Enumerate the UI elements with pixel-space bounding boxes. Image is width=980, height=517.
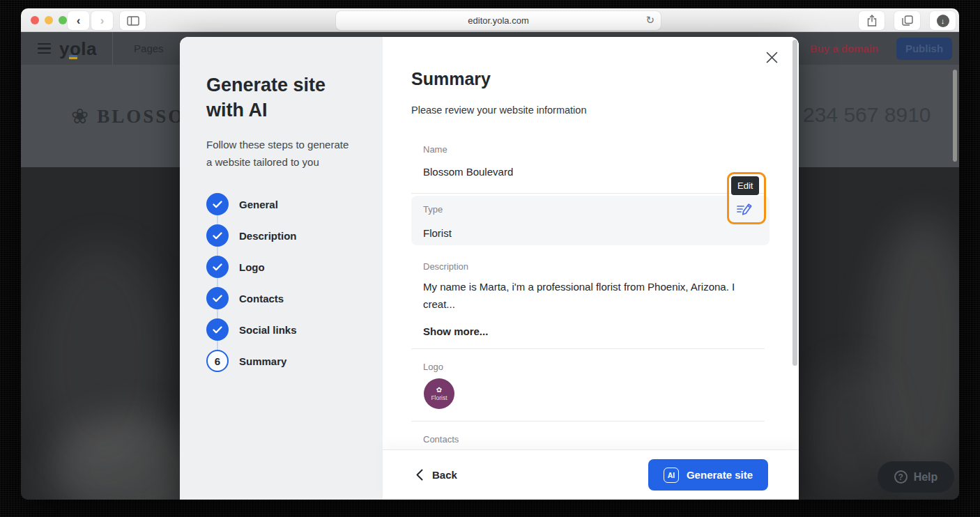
edit-icon bbox=[736, 201, 755, 218]
flower-logo-icon: ❀ bbox=[71, 106, 89, 127]
share-button[interactable] bbox=[859, 11, 885, 30]
summary-subtitle: Please review your website information bbox=[411, 105, 586, 116]
field-divider bbox=[411, 348, 765, 349]
step-done-check-icon bbox=[206, 318, 229, 341]
download-icon: ↓ bbox=[937, 15, 949, 27]
modal-scrollbar[interactable] bbox=[793, 40, 797, 366]
publish-button[interactable]: Publish bbox=[896, 38, 952, 60]
buy-a-domain-link[interactable]: Buy a domain bbox=[810, 43, 878, 54]
chevron-left-icon bbox=[416, 469, 423, 481]
step-label: Contacts bbox=[239, 293, 284, 304]
step-general[interactable]: General bbox=[206, 189, 359, 220]
step-done-check-icon bbox=[206, 256, 229, 278]
tab-overview-button[interactable] bbox=[894, 11, 920, 30]
modal-subtitle: Follow these steps to generate a website… bbox=[206, 137, 351, 171]
site-brand-name: BLOSSO bbox=[97, 105, 185, 127]
help-button[interactable]: ? Help bbox=[878, 461, 954, 493]
description-field-label: Description bbox=[423, 261, 468, 272]
reload-icon[interactable]: ↻ bbox=[645, 14, 654, 26]
step-label: Logo bbox=[239, 261, 265, 273]
browser-toolbar: ‹ › editor.yola.com ↻ ↓ bbox=[21, 8, 959, 32]
step-summary[interactable]: 6 Summary bbox=[206, 346, 359, 377]
ai-badge-icon: AI bbox=[664, 468, 679, 483]
minimize-window-button[interactable] bbox=[45, 16, 53, 24]
edit-button[interactable] bbox=[736, 201, 755, 221]
question-mark-icon: ? bbox=[894, 470, 908, 484]
modal-stepper-panel: Generate site with AI Follow these steps… bbox=[180, 37, 383, 500]
site-brand: ❀ BLOSSO bbox=[71, 105, 185, 127]
type-field-label: Type bbox=[423, 204, 443, 215]
sidebar-icon bbox=[127, 16, 139, 26]
close-modal-button[interactable] bbox=[763, 48, 781, 66]
back-icon: ‹ bbox=[77, 14, 81, 28]
help-label: Help bbox=[914, 471, 938, 484]
step-done-check-icon bbox=[206, 193, 229, 215]
step-label: Social links bbox=[239, 324, 297, 336]
forward-button[interactable]: › bbox=[91, 11, 113, 30]
url-text: editor.yola.com bbox=[468, 15, 528, 26]
step-label: Summary bbox=[239, 355, 286, 367]
modal-summary-panel: Summary Please review your website infor… bbox=[383, 37, 799, 500]
address-bar[interactable]: editor.yola.com ↻ bbox=[336, 11, 661, 30]
sidebar-button[interactable] bbox=[120, 11, 146, 30]
modal-title: Generate site with AI bbox=[206, 73, 328, 123]
edit-tooltip: Edit bbox=[731, 176, 759, 195]
step-social-links[interactable]: Social links bbox=[206, 314, 359, 346]
field-divider bbox=[411, 193, 765, 194]
logo-field-label: Logo bbox=[423, 362, 443, 372]
step-number: 6 bbox=[206, 350, 229, 372]
share-icon bbox=[867, 15, 877, 26]
yola-logo: yola bbox=[59, 40, 97, 58]
browser-window: ‹ › editor.yola.com ↻ ↓ yola Pages Navig… bbox=[21, 8, 959, 500]
back-label: Back bbox=[432, 469, 457, 481]
name-field-value: Blossom Boulevard bbox=[423, 166, 513, 178]
step-contacts[interactable]: Contacts bbox=[206, 283, 359, 314]
site-phone-number: 234 567 8910 bbox=[803, 103, 931, 127]
header-divider bbox=[112, 32, 113, 65]
back-step-button[interactable]: Back bbox=[416, 469, 457, 481]
traffic-lights bbox=[31, 16, 67, 24]
logo-flower-icon: ✿ bbox=[436, 387, 442, 394]
type-field-row[interactable] bbox=[411, 196, 770, 245]
downloads-button[interactable]: ↓ bbox=[930, 11, 956, 30]
generate-site-label: Generate site bbox=[687, 469, 753, 481]
close-window-button[interactable] bbox=[31, 16, 39, 24]
generate-site-modal: Generate site with AI Follow these steps… bbox=[180, 37, 799, 500]
field-divider bbox=[411, 421, 765, 422]
generate-site-button[interactable]: AI Generate site bbox=[648, 459, 768, 491]
logo-preview-text: Florist bbox=[431, 394, 447, 401]
summary-title: Summary bbox=[411, 69, 491, 89]
close-icon bbox=[766, 52, 778, 63]
step-label: Description bbox=[239, 230, 297, 242]
description-field-value: My name is Marta, i'm a professional flo… bbox=[423, 278, 751, 313]
contacts-field-label: Contacts bbox=[423, 434, 459, 445]
tabs-icon bbox=[902, 15, 913, 26]
yola-logo-flag bbox=[69, 55, 77, 59]
forward-icon: › bbox=[100, 14, 105, 28]
show-more-link[interactable]: Show more... bbox=[423, 325, 488, 337]
step-logo[interactable]: Logo bbox=[206, 252, 359, 283]
menu-item-pages[interactable]: Pages bbox=[134, 43, 164, 54]
stepper: General Description Logo Contacts Social… bbox=[206, 189, 359, 377]
step-label: General bbox=[239, 199, 278, 210]
modal-footer: Back AI Generate site bbox=[383, 449, 799, 500]
logo-preview: ✿ Florist bbox=[424, 378, 454, 409]
page-scrollbar[interactable] bbox=[953, 70, 957, 162]
back-button[interactable]: ‹ bbox=[68, 11, 89, 30]
step-done-check-icon bbox=[206, 224, 229, 247]
name-field-label: Name bbox=[423, 144, 447, 155]
step-done-check-icon bbox=[206, 287, 229, 309]
hamburger-menu-icon[interactable] bbox=[38, 43, 51, 54]
step-description[interactable]: Description bbox=[206, 220, 359, 252]
zoom-window-button[interactable] bbox=[59, 16, 67, 24]
type-field-value: Florist bbox=[423, 227, 452, 239]
